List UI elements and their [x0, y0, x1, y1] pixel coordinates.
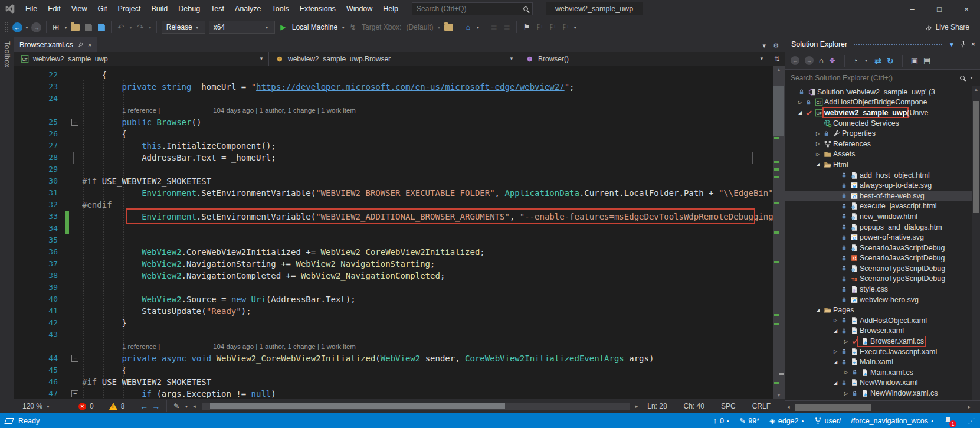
undo-icon[interactable]: ↶	[115, 20, 127, 34]
close-button[interactable]: ×	[953, 0, 980, 18]
code-line[interactable]: 43	[14, 329, 773, 341]
deploy-icon[interactable]: ↯	[347, 20, 359, 34]
codelens-references[interactable]: 1 reference |	[82, 343, 160, 350]
switch-views-icon[interactable]: ❖	[829, 56, 836, 65]
scroll-left-icon[interactable]: ◂	[787, 404, 790, 410]
pending-changes-filter-icon[interactable]: ◔	[853, 56, 858, 65]
navigate-forward-icon[interactable]: →	[152, 401, 160, 411]
code-line[interactable]: 47−if (args.Exception != null)	[14, 388, 773, 399]
menu-test[interactable]: Test	[205, 1, 230, 17]
expand-icon[interactable]: ▷	[814, 131, 822, 136]
error-icon[interactable]: ✕	[78, 403, 86, 410]
expand-icon[interactable]: ▷	[831, 349, 840, 354]
code-line[interactable]: 25−public Browser()	[14, 116, 773, 128]
next-bookmark-icon[interactable]: ⚐	[546, 20, 558, 34]
collapse-icon[interactable]: ◢	[796, 110, 804, 115]
bookmark-icon[interactable]: ⚑	[520, 20, 532, 34]
line-number[interactable]: 33	[14, 211, 58, 223]
menu-window[interactable]: Window	[341, 1, 378, 17]
home-box-icon[interactable]: ⌂	[462, 20, 474, 34]
collapse-icon[interactable]: ◢	[814, 308, 822, 313]
code-line[interactable]: 39	[14, 282, 773, 293]
notifications-button[interactable]: 1	[943, 416, 954, 426]
line-number[interactable]: 44	[14, 352, 58, 364]
code-line[interactable]: 27this.InitializeComponent();	[14, 140, 773, 152]
scrollbar-thumb[interactable]	[795, 404, 871, 411]
tree-item-webview2-sample-uwp[interactable]: ◢C#webview2_sample_uwp (Unive	[785, 107, 980, 118]
tree-item-power-of-native-svg[interactable]: epower-of-native.svg	[785, 232, 980, 243]
clear-bookmarks-icon[interactable]: ⚐	[559, 20, 571, 34]
tree-item-add-host-object-html[interactable]: add_host_object.html	[785, 170, 980, 181]
background-tasks-icon[interactable]	[4, 418, 14, 424]
line-number[interactable]: 28	[14, 152, 58, 164]
expand-icon[interactable]: ▷	[831, 318, 840, 323]
repository-button[interactable]: user/	[814, 417, 841, 425]
redo-icon[interactable]: ↷	[135, 20, 146, 34]
zoom-dropdown[interactable]: 120 % ▼	[18, 402, 56, 410]
tree-item-references[interactable]: ▷References	[785, 139, 980, 149]
tree-vertical-scrollbar[interactable]: ▲	[972, 86, 980, 400]
type-dropdown[interactable]: webview2_sample_uwp.Browser ▼	[269, 52, 519, 66]
collapse-icon[interactable]: ◢	[814, 162, 822, 167]
line-number[interactable]: 31	[14, 187, 58, 199]
new-item-icon[interactable]: ⊞	[50, 20, 62, 34]
project-dropdown[interactable]: C# webview2_sample_uwp ▼	[14, 52, 269, 66]
toolbox-side-tab[interactable]: Toolbox	[0, 37, 14, 413]
tree-item-newwindow-xaml-cs[interactable]: ▷NewWindow.xaml.cs	[785, 388, 980, 398]
expand-icon[interactable]: ▷	[814, 141, 822, 146]
home-icon[interactable]: ⌂	[819, 56, 824, 65]
tree-item-html[interactable]: ◢Html	[785, 159, 980, 170]
line-number[interactable]: 47	[14, 388, 58, 399]
back-icon[interactable]: ←	[791, 56, 799, 65]
tree-item-pages[interactable]: ◢Pages	[785, 305, 980, 315]
expand-icon[interactable]: ▷	[842, 391, 850, 396]
line-number[interactable]: 25	[14, 116, 58, 128]
tree-item-scenariojavascriptdebug[interactable]: ScenarioJavaScriptDebug	[785, 243, 980, 253]
code-line[interactable]: 37WebView2.NavigationStarting += WebView…	[14, 258, 773, 270]
line-number[interactable]: 39	[14, 282, 58, 293]
line-number[interactable]: 23	[14, 81, 58, 93]
menu-view[interactable]: View	[66, 1, 93, 17]
tree-item-addhostobjectbridgecompone[interactable]: ▷C#AddHostObjectBridgeCompone	[785, 97, 980, 108]
collapse-icon[interactable]: ◢	[831, 360, 840, 365]
forward-icon[interactable]: →	[31, 20, 42, 34]
menu-help[interactable]: Help	[378, 1, 404, 17]
line-number[interactable]: 38	[14, 270, 58, 282]
solution-search-input[interactable]: Search Solution Explorer (Ctrl+;) ▼	[786, 71, 979, 84]
codelens-references[interactable]: 1 reference |	[82, 107, 160, 114]
prev-bookmark-icon[interactable]: ⚐	[533, 20, 545, 34]
line-number[interactable]: 35	[14, 234, 58, 246]
collapse-icon[interactable]: ◢	[831, 380, 840, 385]
tree-item-addhostobject-xaml[interactable]: ▷AddHostObject.xaml	[785, 315, 980, 326]
minimize-button[interactable]: –	[899, 0, 926, 18]
fold-toggle-icon[interactable]: −	[71, 390, 78, 397]
tree-item-browser-xaml[interactable]: ◢Browser.xaml	[785, 326, 980, 336]
url-link[interactable]: https://developer.microsoft.com/en-us/mi…	[256, 82, 565, 92]
maximize-button[interactable]: □	[926, 0, 953, 18]
code-line[interactable]: 38WebView2.NavigationCompleted += WebVie…	[14, 270, 773, 282]
tree-item-scenariotypescriptdebug[interactable]: TSScenarioTypeScriptDebug	[785, 274, 980, 285]
browse-folder-icon[interactable]	[443, 20, 454, 34]
code-line[interactable]: 44−private async void WebView2_CoreWebVi…	[14, 352, 773, 364]
line-number[interactable]: 46	[14, 376, 58, 388]
scroll-right-icon[interactable]: ▸	[968, 404, 971, 410]
save-all-icon[interactable]	[96, 20, 107, 34]
split-window-icon[interactable]: ⇅	[769, 55, 785, 63]
solution-explorer-title-bar[interactable]: Solution Explorer ▼ ×	[785, 37, 980, 52]
open-folder-icon[interactable]	[70, 20, 81, 34]
codelens-row[interactable]: 1 reference |104 days ago | 1 author, 1 …	[14, 341, 773, 352]
line-number[interactable]: 40	[14, 293, 58, 305]
line-number[interactable]: 41	[14, 305, 58, 317]
code-line[interactable]: 35	[14, 234, 773, 246]
collapse-icon[interactable]: ◢	[831, 328, 840, 334]
code-line[interactable]: 46#if USE_WEBVIEW2_SMOKETEST	[14, 376, 773, 388]
expand-icon[interactable]: ▷	[796, 100, 804, 105]
code-line[interactable]: 22{	[14, 69, 773, 81]
outgoing-commits-button[interactable]: ↑ 0 ▴	[713, 417, 729, 425]
close-icon[interactable]: ×	[971, 40, 975, 48]
tree-horizontal-scrollbar[interactable]: ◂ ▸	[785, 400, 980, 413]
tree-item-webview-hero-svg[interactable]: ewebview-hero.svg	[785, 295, 980, 305]
line-number[interactable]: 43	[14, 329, 58, 341]
code-line[interactable]: 24	[14, 93, 773, 104]
tree-item-scenariotypescriptdebug[interactable]: ScenarioTypeScriptDebug	[785, 263, 980, 274]
